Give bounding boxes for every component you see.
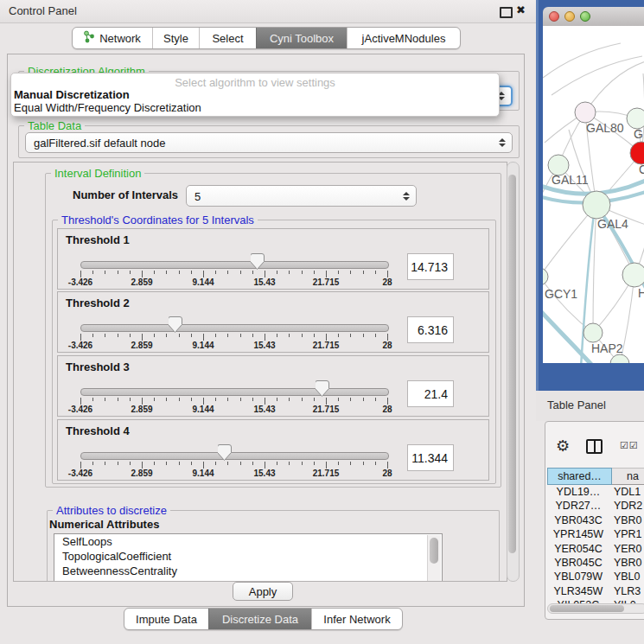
tab-cyni-toolbox[interactable]: Cyni Toolbox: [256, 28, 347, 48]
cell-name[interactable]: YDR2: [609, 499, 644, 513]
threshold-value-field[interactable]: 6.316: [407, 316, 454, 343]
cell-shared-name[interactable]: YLR345W: [547, 584, 609, 598]
cell-shared-name[interactable]: YER054C: [547, 542, 609, 556]
cell-name[interactable]: YER0: [609, 542, 644, 556]
cell-name[interactable]: YBL0: [609, 570, 644, 583]
close-icon[interactable]: ✖: [516, 3, 526, 16]
table-row[interactable]: YBL079WYBL0: [547, 570, 644, 583]
network-canvas[interactable]: GAL80G.CGAL11GAL4GCY1HHAP2: [543, 26, 644, 363]
network-window-titlebar[interactable]: [543, 7, 644, 27]
cell-shared-name[interactable]: YPR145W: [547, 527, 609, 541]
slider-handle[interactable]: [169, 316, 182, 334]
major-tick: [142, 271, 143, 277]
table-row[interactable]: YLR345WYLR3: [547, 584, 644, 598]
tab-label: Style: [163, 32, 188, 45]
minor-tick: [363, 462, 364, 465]
table-header-row: shared… na: [547, 468, 644, 485]
float-window-icon[interactable]: [500, 7, 513, 18]
tab-discretize-data[interactable]: Discretize Data: [208, 609, 311, 629]
attribute-list-item[interactable]: BetweennessCentrality: [54, 564, 442, 578]
network-node-gal4[interactable]: [583, 191, 610, 219]
vertical-scrollbar[interactable]: [507, 162, 520, 582]
close-window-icon[interactable]: [549, 11, 559, 22]
node-label: GAL80: [586, 121, 624, 135]
tab-impute-data[interactable]: Impute Data: [124, 609, 208, 629]
threshold-panel-2: Threshold 2-3.4262.8599.14415.4321.71528…: [57, 291, 489, 353]
network-node-g[interactable]: [627, 108, 644, 129]
tab-label: Select: [212, 32, 243, 45]
minor-tick: [277, 271, 277, 274]
minor-tick: [338, 334, 339, 337]
node-label: C: [639, 163, 644, 176]
tab-style[interactable]: Style: [152, 28, 199, 48]
scrollbar-thumb[interactable]: [508, 175, 516, 553]
apply-button[interactable]: Apply: [233, 582, 293, 601]
slider-handle[interactable]: [251, 253, 265, 271]
threshold-label: Threshold 1: [66, 233, 130, 246]
minor-tick: [92, 398, 93, 401]
minor-tick: [338, 462, 339, 465]
cell-shared-name[interactable]: YDR27…: [547, 499, 609, 513]
cell-name[interactable]: YDL1: [609, 485, 644, 499]
stepper-arrows-icon: [403, 192, 410, 201]
dropdown-item-equal-width-frequency[interactable]: Equal Width/Frequency Discretization: [14, 101, 201, 114]
major-tick: [142, 462, 143, 469]
slider-track[interactable]: [80, 388, 389, 396]
cell-name[interactable]: YBR0: [609, 556, 644, 570]
split-columns-icon[interactable]: [586, 439, 603, 454]
slider-track[interactable]: [80, 324, 389, 332]
scrollbar-thumb[interactable]: [550, 605, 624, 612]
minor-tick: [154, 398, 155, 401]
cell-name[interactable]: YBR0: [609, 513, 644, 527]
attribute-list-item[interactable]: SelfLoops: [54, 534, 442, 549]
minor-tick: [302, 334, 303, 337]
zoom-window-icon[interactable]: [580, 11, 590, 22]
slider-track[interactable]: [80, 261, 389, 269]
major-tick: [80, 398, 81, 405]
column-header-shared-name[interactable]: shared…: [547, 468, 612, 485]
table-panel: ⚙ ☑☑ shared… na YDL19…YDL1YDR27…YDR2YBR0…: [545, 421, 644, 620]
cell-name[interactable]: YPR1: [609, 527, 644, 541]
table-row[interactable]: YDR27…YDR2: [547, 499, 644, 513]
node-label: G.: [634, 127, 644, 141]
network-node-gcy1[interactable]: [543, 268, 548, 285]
node-label: H: [638, 286, 644, 300]
tab-infer-network[interactable]: Infer Network: [311, 609, 402, 629]
column-header-name[interactable]: na: [612, 468, 644, 485]
num-intervals-select[interactable]: 5: [186, 185, 417, 207]
dropdown-item-manual-discretization[interactable]: Manual Discretization: [14, 88, 130, 101]
cell-shared-name[interactable]: YBR043C: [547, 513, 609, 527]
tab-select[interactable]: Select: [199, 28, 256, 48]
list-scrollbar[interactable]: [427, 535, 441, 582]
threshold-value-field[interactable]: 14.713: [407, 253, 454, 280]
slider-handle[interactable]: [316, 380, 329, 398]
threshold-value-field[interactable]: 21.4: [407, 380, 454, 407]
table-row[interactable]: YER054CYER0: [547, 542, 644, 556]
network-node-gal80[interactable]: [575, 102, 596, 123]
cell-shared-name[interactable]: YDL19…: [547, 485, 609, 499]
slider-track[interactable]: [80, 452, 389, 460]
table-row[interactable]: YBR043CYBR0: [547, 513, 644, 527]
minimize-window-icon[interactable]: [564, 11, 575, 22]
cell-name[interactable]: YLR3: [609, 584, 644, 598]
node-label: HAP2: [591, 341, 623, 355]
gear-icon[interactable]: ⚙: [556, 437, 570, 455]
network-node-h[interactable]: [622, 263, 644, 287]
horizontal-scrollbar[interactable]: [547, 603, 644, 614]
network-node-hap2[interactable]: [583, 323, 603, 342]
tab-network[interactable]: Network: [73, 28, 152, 48]
minor-tick: [240, 462, 241, 465]
attribute-list-item[interactable]: TopologicalCoefficient: [54, 549, 442, 564]
table-row[interactable]: YDL19…YDL1: [547, 485, 644, 499]
checkbox-pair-icon[interactable]: ☑☑: [620, 440, 639, 451]
table-row[interactable]: YPR145WYPR1: [547, 527, 644, 541]
cell-shared-name[interactable]: YBR045C: [547, 556, 609, 570]
minor-tick: [277, 334, 277, 337]
major-tick: [326, 462, 327, 469]
table-data-select[interactable]: galFiltered.sif default node: [25, 132, 513, 153]
tab-jactivemnodules[interactable]: jActiveMNodules: [347, 28, 460, 48]
slider-handle[interactable]: [218, 444, 232, 462]
table-row[interactable]: YBR045CYBR0: [547, 556, 644, 570]
cell-shared-name[interactable]: YBL079W: [547, 570, 609, 583]
threshold-value-field[interactable]: 11.344: [407, 444, 454, 471]
